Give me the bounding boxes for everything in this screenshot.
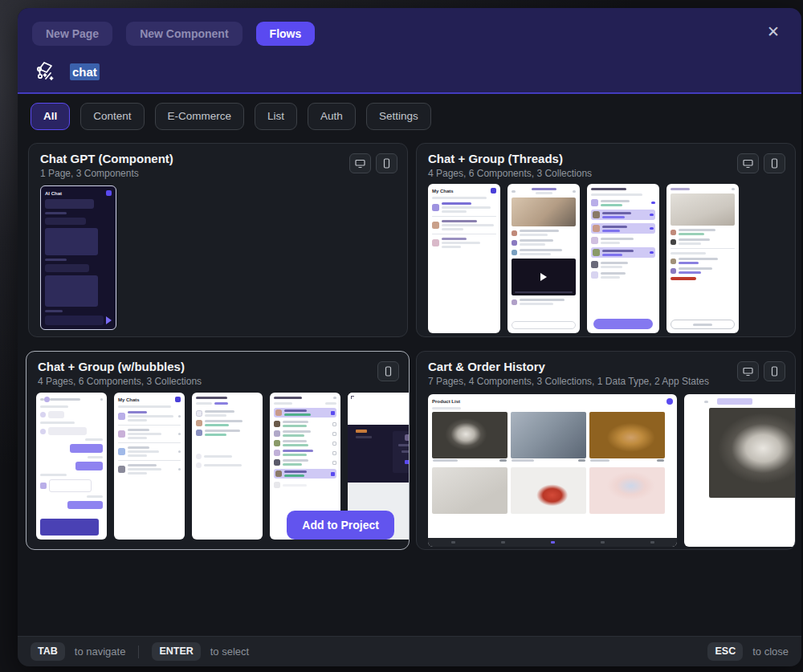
mobile-icon-button[interactable] bbox=[376, 153, 397, 173]
product-photo bbox=[589, 467, 665, 514]
flow-card-chat-group-bubbles[interactable]: Chat + Group (w/bubbles) 4 Pages, 6 Comp… bbox=[26, 351, 410, 550]
skeleton bbox=[196, 397, 227, 399]
mobile-icon-button[interactable] bbox=[764, 153, 785, 173]
search-input[interactable]: chat bbox=[70, 63, 100, 80]
search-bar[interactable]: chat bbox=[34, 59, 100, 83]
product-photo bbox=[511, 467, 586, 514]
photo-block bbox=[512, 198, 576, 226]
mobile-icon-button[interactable] bbox=[764, 361, 785, 381]
avatar bbox=[512, 230, 517, 236]
phone-thumbnail-my-chats: My Chats bbox=[428, 184, 500, 333]
phone-thumbnail-thread bbox=[507, 184, 580, 333]
price-row bbox=[511, 458, 586, 464]
skeleton bbox=[432, 407, 461, 409]
thumb-title: My Chats bbox=[118, 397, 140, 402]
tab-hint-label: to navigate bbox=[75, 646, 126, 658]
desktop-icon bbox=[743, 159, 753, 169]
avatar bbox=[106, 190, 112, 196]
skeleton bbox=[671, 252, 706, 255]
close-icon[interactable]: ✕ bbox=[763, 22, 784, 43]
desktop-icon bbox=[355, 159, 365, 169]
skeleton bbox=[45, 310, 63, 312]
thumb-header: My Chats bbox=[432, 188, 496, 193]
filter-list[interactable]: List bbox=[255, 103, 297, 130]
filter-content[interactable]: Content bbox=[80, 103, 144, 130]
flow-wand-icon bbox=[34, 59, 58, 83]
esc-key-badge: ESC bbox=[707, 642, 743, 661]
skeleton bbox=[432, 197, 487, 199]
compose-icon bbox=[491, 188, 496, 193]
skeleton bbox=[45, 259, 67, 261]
filter-settings[interactable]: Settings bbox=[366, 103, 431, 130]
list-item bbox=[671, 258, 735, 264]
card-title: Chat GPT (Component) bbox=[40, 152, 173, 165]
skeleton bbox=[88, 456, 104, 458]
header-tabs: New Page New Component Flows bbox=[32, 22, 315, 46]
divider bbox=[432, 234, 496, 234]
chat-bubble-sent bbox=[75, 462, 103, 470]
skeleton bbox=[87, 495, 103, 498]
chat-input bbox=[45, 316, 104, 325]
flow-card-cart-order-history[interactable]: Cart & Order History 7 Pages, 4 Componen… bbox=[416, 351, 796, 550]
thumb-header bbox=[274, 397, 336, 399]
chat-input bbox=[512, 321, 576, 329]
desktop-icon-button[interactable] bbox=[737, 361, 759, 381]
cart-icon bbox=[666, 398, 673, 405]
phone-thumbnail-chat-details bbox=[192, 393, 263, 540]
tablet-thumbnail-product-list: Product List bbox=[428, 394, 677, 547]
card-meta: 1 Page, 3 Components bbox=[40, 168, 139, 179]
desktop-icon bbox=[743, 367, 753, 377]
thumb-title: AI Chat bbox=[45, 191, 62, 196]
list-item bbox=[196, 454, 259, 459]
card-title: Chat + Group (w/bubbles) bbox=[38, 360, 185, 373]
mobile-icon-button[interactable] bbox=[377, 361, 399, 381]
flow-card-chat-gpt[interactable]: Chat GPT (Component) 1 Page, 3 Component… bbox=[28, 143, 408, 337]
list-item bbox=[274, 421, 336, 427]
device-toggle-group bbox=[737, 153, 785, 173]
list-item bbox=[274, 459, 336, 466]
card-meta: 4 Pages, 6 Components, 3 Collections bbox=[38, 376, 202, 387]
skeleton bbox=[40, 422, 75, 424]
divider bbox=[118, 425, 181, 426]
filter-auth[interactable]: Auth bbox=[308, 103, 356, 130]
video-progress bbox=[515, 291, 573, 293]
chat-row bbox=[40, 411, 103, 418]
nav-icon-active bbox=[551, 541, 555, 544]
product-card bbox=[589, 412, 665, 464]
tab-new-component[interactable]: New Component bbox=[126, 22, 242, 46]
flow-card-chat-group-threads[interactable]: Chat + Group (Threads) 4 Pages, 6 Compon… bbox=[416, 143, 796, 337]
chat-bubble-sent bbox=[70, 444, 103, 453]
skeleton-row bbox=[274, 402, 336, 405]
product-photo bbox=[432, 412, 507, 458]
card-meta: 4 Pages, 6 Components, 3 Collections bbox=[428, 168, 592, 179]
product-photo bbox=[589, 412, 665, 458]
nav-icon bbox=[650, 541, 654, 544]
filter-all[interactable]: All bbox=[31, 103, 70, 130]
product-card bbox=[511, 467, 586, 514]
tab-flows[interactable]: Flows bbox=[256, 22, 316, 46]
add-to-project-button[interactable]: Add to Project bbox=[287, 511, 394, 540]
list-item bbox=[196, 462, 259, 468]
price-row bbox=[589, 458, 665, 464]
enter-hint-label: to select bbox=[210, 646, 249, 658]
avatar bbox=[512, 299, 517, 305]
dark-panel bbox=[348, 425, 410, 483]
avatar bbox=[512, 250, 517, 255]
thumbnail-strip: AI Chat bbox=[40, 185, 116, 330]
list-item bbox=[274, 450, 336, 456]
product-card bbox=[432, 412, 507, 464]
desktop-icon-button[interactable] bbox=[349, 153, 371, 173]
blank-block bbox=[348, 393, 410, 425]
thumb-header bbox=[688, 398, 796, 405]
skeleton bbox=[40, 405, 68, 408]
list-item-selected bbox=[591, 223, 655, 234]
desktop-icon-button[interactable] bbox=[737, 153, 759, 173]
tab-new-page[interactable]: New Page bbox=[32, 22, 112, 46]
list-item bbox=[196, 410, 259, 417]
badge bbox=[356, 430, 367, 433]
filter-ecommerce[interactable]: E-Commerce bbox=[155, 103, 245, 130]
primary-button bbox=[593, 319, 653, 329]
avatar bbox=[432, 204, 439, 211]
divider bbox=[118, 460, 181, 461]
list-item-selected bbox=[274, 408, 336, 417]
